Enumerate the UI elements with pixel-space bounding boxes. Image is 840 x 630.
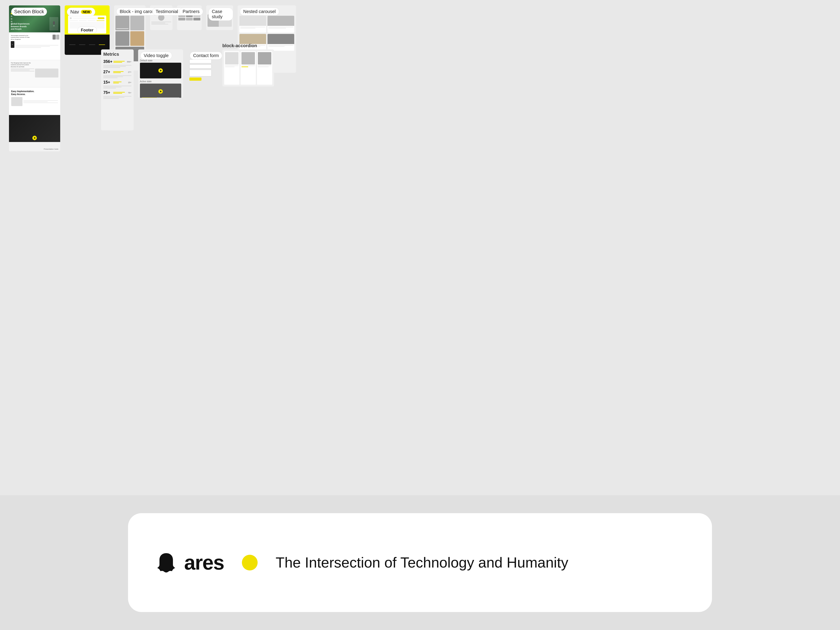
nested-carousel-label: Nested carousel	[240, 8, 279, 16]
presentation-card: ares The Intersection of Technology and …	[128, 513, 712, 612]
nav-label: Nav NEW	[67, 8, 95, 16]
metrics-label: Metrics	[103, 52, 119, 57]
contact-form-label: Contact form	[190, 52, 222, 60]
contact-form-wrapper: Contact form	[188, 49, 213, 87]
section-block-wrapper: Section Block Global ExperiencesBetween …	[9, 5, 60, 152]
section-block-label: Section Block	[11, 8, 47, 16]
yellow-dot-divider	[242, 555, 257, 570]
video-toggle-label: Video toggle	[141, 52, 172, 60]
nav-badge: NEW	[81, 10, 92, 14]
brand-section: ares	[155, 551, 224, 574]
metric-3-label: 15+	[128, 81, 131, 84]
metric-2-label: 27+	[128, 71, 131, 73]
metric-3-value: 15+	[103, 80, 112, 85]
video-active-label: Active state	[140, 80, 181, 83]
metric-2-value: 27+	[103, 70, 112, 74]
metric-1-label: 356+	[127, 61, 131, 63]
row2: Metrics 356+ 356+	[101, 49, 274, 130]
bottom-area: ares The Intersection of Technology and …	[0, 495, 840, 630]
brand-name: ares	[184, 551, 224, 574]
metric-1-value: 356+	[103, 59, 112, 64]
metrics-card: 356+ 356+ 27+	[101, 49, 134, 130]
nav-wrapper: Nav NEW	[65, 5, 110, 55]
block-accordion-label: block-accordion	[223, 43, 257, 48]
block-accordion-wrapper: block-accordion	[223, 49, 274, 87]
case-study-label: Case study	[208, 8, 233, 21]
video-toggle-wrapper: Video toggle Default state Active state	[138, 49, 183, 98]
metric-4-label: 75+	[128, 92, 131, 94]
testimonial-wrapper: Testimonial c...	[150, 5, 172, 30]
snapchat-icon	[155, 551, 177, 574]
section-block-card: Global ExperiencesBetween Brandsand Peop…	[9, 5, 60, 152]
metric-4-value: 75+	[103, 90, 112, 95]
metrics-wrapper: Metrics 356+ 356+	[101, 49, 134, 130]
partners-label: Partners	[179, 8, 203, 16]
tagline: The Intersection of Technology and Human…	[276, 554, 568, 571]
block-accordion-card	[223, 49, 274, 87]
video-default-label: Default state	[140, 59, 181, 62]
partners-wrapper: Partners	[177, 5, 202, 30]
case-study-wrapper: Case study	[206, 5, 233, 30]
footer-label: Footer	[77, 27, 97, 34]
